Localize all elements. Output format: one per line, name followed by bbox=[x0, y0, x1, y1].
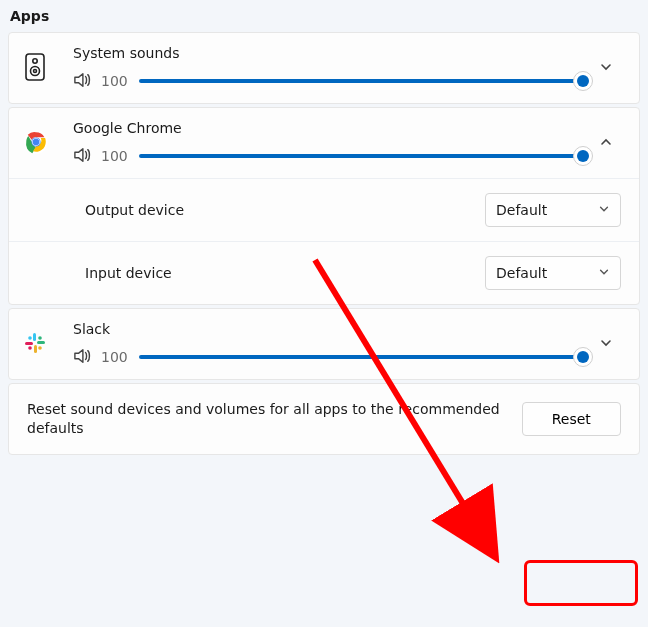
svg-rect-9 bbox=[37, 341, 45, 344]
volume-slider[interactable] bbox=[139, 347, 591, 367]
input-device-select[interactable]: Default bbox=[485, 256, 621, 290]
app-card-google-chrome: Google Chrome 100 Output device bbox=[8, 107, 640, 305]
input-device-row: Input device Default bbox=[9, 241, 639, 304]
volume-value: 100 bbox=[101, 349, 129, 365]
chevron-up-icon[interactable] bbox=[591, 135, 621, 152]
svg-point-3 bbox=[34, 69, 37, 72]
svg-rect-11 bbox=[25, 342, 33, 345]
volume-icon[interactable] bbox=[73, 72, 91, 91]
app-name: Slack bbox=[73, 321, 591, 337]
chrome-icon bbox=[23, 129, 49, 158]
app-name: Google Chrome bbox=[73, 120, 591, 136]
chevron-down-icon[interactable] bbox=[591, 60, 621, 77]
svg-point-2 bbox=[31, 66, 40, 75]
slack-icon bbox=[23, 331, 47, 358]
svg-point-1 bbox=[33, 58, 37, 62]
reset-button[interactable]: Reset bbox=[522, 402, 621, 436]
output-device-select[interactable]: Default bbox=[485, 193, 621, 227]
svg-point-13 bbox=[38, 336, 42, 340]
app-card-slack: Slack 100 bbox=[8, 308, 640, 380]
volume-slider[interactable] bbox=[139, 71, 591, 91]
svg-point-12 bbox=[28, 336, 32, 340]
input-device-value: Default bbox=[496, 265, 547, 281]
volume-icon[interactable] bbox=[73, 147, 91, 166]
svg-rect-8 bbox=[33, 333, 36, 341]
chevron-down-icon bbox=[598, 203, 610, 218]
app-name: System sounds bbox=[73, 45, 591, 61]
svg-rect-10 bbox=[34, 345, 37, 353]
section-title: Apps bbox=[10, 8, 640, 24]
output-device-label: Output device bbox=[85, 202, 485, 218]
reset-description: Reset sound devices and volumes for all … bbox=[27, 400, 522, 438]
svg-point-14 bbox=[38, 346, 42, 350]
volume-slider[interactable] bbox=[139, 146, 591, 166]
chevron-down-icon[interactable] bbox=[591, 336, 621, 353]
output-device-value: Default bbox=[496, 202, 547, 218]
speaker-device-icon bbox=[23, 52, 47, 85]
volume-value: 100 bbox=[101, 148, 129, 164]
input-device-label: Input device bbox=[85, 265, 485, 281]
svg-point-15 bbox=[28, 346, 32, 350]
app-card-system-sounds: System sounds 100 bbox=[8, 32, 640, 104]
output-device-row: Output device Default bbox=[9, 178, 639, 241]
reset-card: Reset sound devices and volumes for all … bbox=[8, 383, 640, 455]
volume-icon[interactable] bbox=[73, 348, 91, 367]
volume-value: 100 bbox=[101, 73, 129, 89]
annotation-highlight bbox=[524, 560, 638, 606]
chevron-down-icon bbox=[598, 266, 610, 281]
svg-point-7 bbox=[33, 138, 40, 145]
